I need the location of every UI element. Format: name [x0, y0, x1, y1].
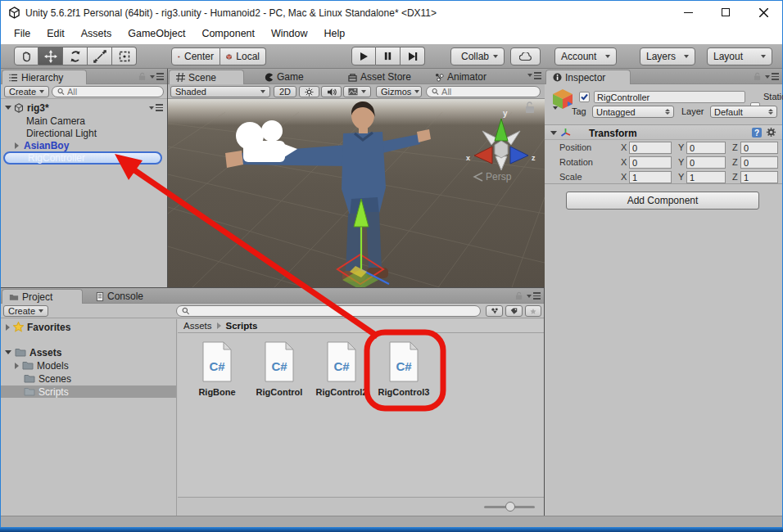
gear-icon[interactable]	[766, 127, 776, 138]
hierarchy-item-directional-light[interactable]: Directional Light	[1, 127, 167, 139]
tab-asset-store[interactable]: Asset Store	[342, 70, 423, 84]
project-tabbar: Project Console	[1, 288, 544, 304]
file-rigbone[interactable]: C# RigBone	[186, 341, 248, 397]
position-x-field[interactable]	[629, 142, 672, 154]
hierarchy-search-input[interactable]	[67, 87, 158, 97]
project-search-input[interactable]	[192, 306, 475, 316]
scale-z-field[interactable]	[740, 171, 778, 183]
hierarchy-create-button[interactable]: Create	[4, 86, 49, 97]
collab-button[interactable]: Collab	[450, 47, 505, 65]
rotation-x-field[interactable]	[629, 156, 672, 169]
hierarchy-item-main-camera[interactable]: Main Camera	[1, 115, 167, 127]
file-rigcontrol3[interactable]: C# RigControl3	[373, 341, 435, 397]
position-z-field[interactable]	[740, 142, 778, 154]
layer-dropdown[interactable]: Default	[710, 106, 777, 118]
scene-audio-button[interactable]	[321, 86, 342, 97]
scale-tool-button[interactable]	[88, 47, 112, 65]
menu-gameobject[interactable]: GameObject	[120, 24, 193, 44]
minimize-button[interactable]	[674, 2, 702, 22]
tab-inspector[interactable]: Inspector	[545, 70, 631, 84]
cloud-button[interactable]	[510, 47, 541, 65]
scene-search[interactable]	[426, 86, 541, 97]
inspector-panel-menu-icon[interactable]	[765, 73, 779, 80]
lock-icon[interactable]	[138, 72, 146, 81]
menu-file[interactable]: File	[6, 24, 38, 44]
help-icon[interactable]: ?	[751, 127, 763, 138]
tab-scene[interactable]: Scene	[169, 70, 244, 84]
tab-hierarchy[interactable]: Hierarchy	[2, 70, 87, 84]
tag-dropdown[interactable]: Untagged	[592, 106, 674, 118]
lock-icon[interactable]	[754, 72, 761, 81]
scale-x-field[interactable]	[629, 171, 672, 183]
rotation-y-field[interactable]	[686, 156, 726, 169]
scene-lighting-button[interactable]	[299, 86, 319, 97]
tree-models[interactable]: Models	[1, 359, 176, 372]
tab-animator[interactable]: Animator	[428, 70, 500, 84]
tab-console[interactable]: Console	[89, 289, 163, 304]
rotation-z-field[interactable]	[740, 156, 778, 169]
pivot-toggle-button[interactable]: Center	[171, 47, 220, 65]
pause-button[interactable]	[376, 47, 401, 65]
project-search[interactable]	[176, 305, 481, 317]
toggle-2d-button[interactable]: 2D	[274, 86, 296, 97]
breadcrumb-root[interactable]: Assets	[183, 321, 212, 331]
step-button[interactable]	[401, 47, 425, 65]
search-by-label-button[interactable]	[505, 305, 523, 317]
layout-dropdown[interactable]: Layout	[707, 47, 772, 65]
hand-tool-button[interactable]	[14, 47, 38, 65]
menu-help[interactable]: Help	[315, 24, 353, 44]
hierarchy-root-row[interactable]: rig3*	[1, 101, 167, 114]
menu-window[interactable]: Window	[263, 24, 315, 44]
hierarchy-search[interactable]	[52, 86, 164, 97]
object-name-field[interactable]	[594, 91, 745, 103]
tree-favorites[interactable]: Favorites	[1, 321, 176, 333]
file-rigcontrol[interactable]: C# RigControl	[248, 341, 310, 397]
tab-game[interactable]: Game	[258, 70, 319, 84]
tree-assets[interactable]: Assets	[1, 346, 176, 358]
layers-dropdown[interactable]: Layers	[640, 47, 695, 65]
file-rigcontrol2[interactable]: C# RigControl2	[310, 341, 373, 397]
menu-component[interactable]: Component	[193, 24, 263, 44]
projection-label[interactable]: Persp	[486, 171, 512, 183]
asset-grid[interactable]: C# RigBone C# RigControl	[178, 333, 544, 497]
unity-cube-icon	[14, 103, 24, 113]
menu-assets[interactable]: Assets	[73, 24, 120, 44]
gameobject-cube-icon[interactable]	[551, 88, 574, 110]
rotate-tool-button[interactable]	[63, 47, 88, 65]
slider-handle[interactable]	[505, 502, 515, 512]
transform-header[interactable]: Transform ?	[545, 125, 782, 140]
account-dropdown[interactable]: Account	[554, 47, 617, 65]
space-toggle-button[interactable]: Local	[220, 47, 266, 65]
file-name: RigBone	[186, 387, 248, 397]
search-by-type-button[interactable]	[486, 305, 503, 317]
tree-scenes[interactable]: Scenes	[1, 372, 176, 385]
breadcrumb-current[interactable]: Scripts	[226, 321, 258, 331]
hierarchy-panel-menu-icon[interactable]	[150, 73, 164, 80]
favorites-star-button[interactable]	[525, 305, 541, 317]
hierarchy-item-rigcontroller[interactable]: RigController	[3, 151, 162, 165]
rect-tool-button[interactable]	[112, 47, 137, 65]
active-checkbox[interactable]	[579, 92, 590, 102]
close-button[interactable]	[749, 2, 777, 22]
scene-effects-button[interactable]	[343, 86, 371, 97]
hierarchy-item-asianboy[interactable]: AsianBoy	[1, 139, 167, 151]
scale-y-field[interactable]	[686, 171, 726, 183]
scene-root-menu-icon[interactable]	[149, 104, 163, 111]
project-panel-menu-icon[interactable]	[527, 292, 541, 300]
menu-edit[interactable]: Edit	[38, 24, 73, 44]
move-tool-button[interactable]	[38, 47, 63, 65]
gizmos-dropdown[interactable]: Gizmos	[376, 86, 422, 97]
project-create-button[interactable]: Create	[3, 305, 48, 317]
play-button[interactable]	[351, 47, 376, 65]
add-component-button[interactable]: Add Component	[566, 192, 759, 210]
tree-scripts[interactable]: Scripts	[1, 385, 176, 398]
position-y-field[interactable]	[686, 142, 726, 154]
cloud-icon	[519, 52, 532, 61]
tab-project[interactable]: Project	[2, 289, 83, 304]
scene-search-input[interactable]	[441, 87, 535, 97]
scene-viewport[interactable]: y x z Persp	[168, 99, 545, 287]
maximize-button[interactable]	[712, 2, 740, 22]
lock-icon[interactable]	[515, 291, 523, 300]
shading-mode-dropdown[interactable]: Shaded	[170, 86, 270, 97]
scene-panel-menu-icon[interactable]	[527, 72, 541, 79]
